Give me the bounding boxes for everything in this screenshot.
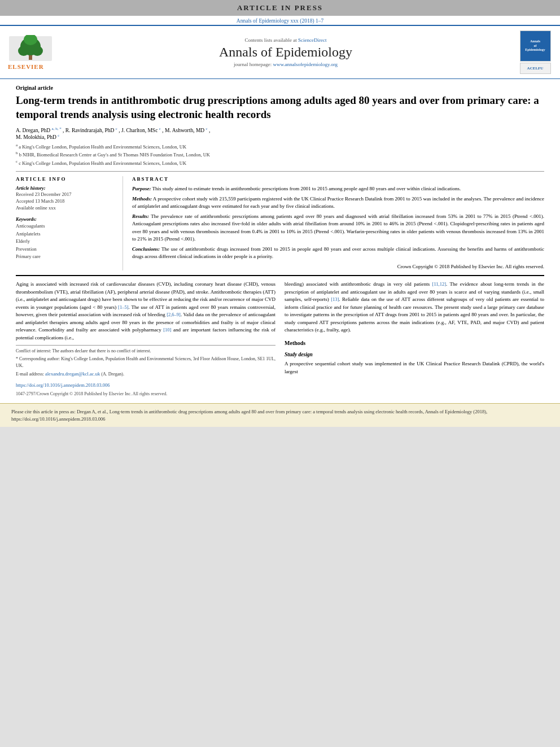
available-online: Available online xxx bbox=[16, 205, 117, 212]
sciencedirect-link[interactable]: ScienceDirect bbox=[298, 37, 326, 43]
main-content: Original article Long-term trends in ant… bbox=[0, 79, 560, 403]
article-in-press-text: ARTICLE IN PRESS bbox=[237, 3, 323, 12]
body-col-right: bleeding) associated with antithrombotic… bbox=[285, 281, 544, 397]
body-text-section: Aging is associated with increased risk … bbox=[16, 281, 544, 397]
conflict-note: Conflict of interest: The authors declar… bbox=[16, 348, 275, 355]
header-right-logos: AnnalsofEpidemiology ACELFU bbox=[518, 30, 552, 74]
accepted-date: Accepted 13 March 2018 bbox=[16, 198, 117, 205]
body-col2-p1: bleeding) associated with antithrombotic… bbox=[285, 281, 544, 334]
footnote-area: Conflict of interest: The authors declar… bbox=[16, 345, 275, 380]
journal-homepage: journal homepage: www.annalsofepidemiolo… bbox=[59, 62, 513, 67]
affil-c: c c King's College London, Population He… bbox=[16, 159, 544, 167]
elsevier-brand-text: ELSEVIER bbox=[8, 63, 44, 70]
abstract-column: ABSTRACT Purpose: This study aimed to es… bbox=[132, 176, 544, 270]
last-author: M. Molokhia, PhD c bbox=[16, 134, 59, 140]
ref-11-12[interactable]: [11,12] bbox=[432, 281, 446, 287]
abstract-methods: Methods: A prospective cohort study with… bbox=[132, 195, 544, 211]
article-in-press-banner: ARTICLE IN PRESS bbox=[0, 0, 560, 16]
email-link[interactable]: alexandru.dregan@kcl.ac.uk bbox=[45, 371, 100, 377]
body-col1-p1: Aging is associated with increased risk … bbox=[16, 281, 275, 342]
ref-10[interactable]: [10] bbox=[163, 327, 171, 333]
journal-title-area: Contents lists available at ScienceDirec… bbox=[59, 37, 513, 67]
study-design-heading: Study design bbox=[285, 351, 544, 359]
authors-line: A. Dregan, PhD a, b, * , R. Ravindraraja… bbox=[16, 126, 544, 139]
affil-b: b b NIHR, Biomedical Research Centre at … bbox=[16, 150, 544, 159]
ref-1-5[interactable]: [1–5] bbox=[118, 304, 128, 310]
journal-title-text: Annals of Epidemiology bbox=[59, 45, 513, 60]
article-info-abstract-section: ARTICLE INFO Article history: Received 2… bbox=[16, 176, 544, 270]
authors-text: A. Dregan, PhD a, b, * , R. Ravindraraja… bbox=[16, 128, 210, 133]
doi-link[interactable]: https://doi.org/10.1016/j.annepidem.2018… bbox=[16, 382, 110, 388]
journal-ref-text: Annals of Epidemiology xxx (2018) 1–7 bbox=[237, 18, 323, 24]
abstract-results: Results: The prevalence rate of antithro… bbox=[132, 213, 544, 243]
svg-point-3 bbox=[18, 46, 29, 56]
journal-header: ELSEVIER Contents lists available at Sci… bbox=[0, 25, 560, 79]
annals-logo-icon: AnnalsofEpidemiology bbox=[520, 30, 551, 62]
ref-2-6-9[interactable]: [2,6–9] bbox=[167, 312, 181, 317]
abstract-conclusions: Conclusions: The use of antithrombotic d… bbox=[132, 246, 544, 261]
sciencedirect-label: Contents lists available at ScienceDirec… bbox=[59, 37, 513, 43]
email-note: E-mail address: alexandru.dregan@kcl.ac.… bbox=[16, 370, 275, 378]
separator bbox=[16, 171, 544, 172]
acelfu-text: ACELFU bbox=[527, 66, 544, 71]
keyword-3: Elderly bbox=[16, 238, 117, 246]
keyword-2: Antiplatelets bbox=[16, 230, 117, 238]
annals-logo-text: AnnalsofEpidemiology bbox=[525, 40, 545, 53]
keywords-label: Keywords: bbox=[16, 216, 117, 222]
journal-reference: Annals of Epidemiology xxx (2018) 1–7 bbox=[0, 16, 560, 25]
elsevier-logo-area: ELSEVIER bbox=[8, 35, 53, 70]
abstract-text: Purpose: This study aimed to estimate tr… bbox=[132, 185, 544, 270]
citation-bar: Please cite this article in press as: Dr… bbox=[0, 403, 560, 427]
citation-text: Please cite this article in press as: Dr… bbox=[11, 409, 487, 422]
keyword-5: Primary care bbox=[16, 253, 117, 261]
received-date: Received 23 December 2017 bbox=[16, 191, 117, 198]
elsevier-tree-icon bbox=[8, 35, 53, 62]
issn-line: 1047-2797/Crown Copyright © 2018 Publish… bbox=[16, 391, 275, 397]
affil-a: a a King's College London, Population He… bbox=[16, 142, 544, 151]
body-separator bbox=[16, 275, 544, 276]
article-title: Long-term trends in antithrombotic drug … bbox=[16, 94, 544, 121]
page: ARTICLE IN PRESS Annals of Epidemiology … bbox=[0, 0, 560, 427]
keyword-4: Prevention bbox=[16, 246, 117, 254]
journal-homepage-link[interactable]: www.annalsofepidemiology.org bbox=[273, 62, 338, 67]
ref-13[interactable]: [13] bbox=[331, 296, 339, 302]
keyword-1: Anticoagulants bbox=[16, 222, 117, 230]
svg-point-4 bbox=[32, 46, 43, 56]
body-col-left: Aging is associated with increased risk … bbox=[16, 281, 275, 397]
article-info-header: ARTICLE INFO bbox=[16, 176, 117, 182]
corresponding-note: * Corresponding author: King's College L… bbox=[16, 356, 275, 369]
abstract-header: ABSTRACT bbox=[132, 176, 544, 182]
history-label: Article history: bbox=[16, 185, 117, 191]
abstract-purpose: Purpose: This study aimed to estimate tr… bbox=[132, 185, 544, 193]
acelfu-logo-icon: ACELFU bbox=[520, 63, 551, 74]
article-type-label: Original article bbox=[16, 85, 544, 91]
body-col2-p2: A prospective sequential cohort study wa… bbox=[285, 360, 544, 375]
doi-line: https://doi.org/10.1016/j.annepidem.2018… bbox=[16, 382, 275, 390]
methods-heading: Methods bbox=[285, 339, 544, 347]
article-info-column: ARTICLE INFO Article history: Received 2… bbox=[16, 176, 123, 270]
abstract-copyright: Crown Copyright © 2018 Published by Else… bbox=[132, 263, 544, 271]
affiliations: a a King's College London, Population He… bbox=[16, 142, 544, 167]
